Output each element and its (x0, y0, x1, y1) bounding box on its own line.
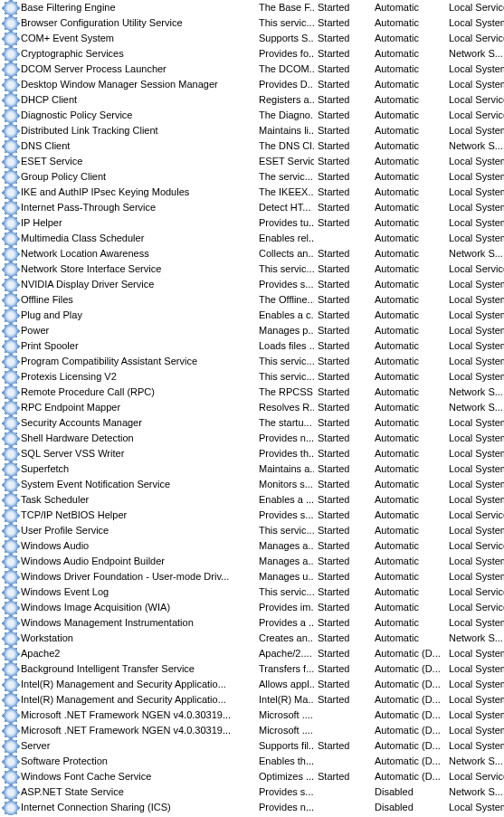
service-row[interactable]: Windows Event LogThis servic...StartedAu… (0, 584, 504, 600)
service-startup-type: Automatic (371, 292, 445, 308)
service-row[interactable]: Shell Hardware DetectionProvides n...Sta… (0, 431, 504, 446)
service-status: Started (314, 569, 371, 584)
service-row[interactable]: Intel(R) Management and Security Applica… (0, 677, 504, 692)
services-list[interactable]: Base Filtering EngineThe Base F...Starte… (0, 0, 504, 815)
service-row[interactable]: Apache2Apache/2....StartedAutomatic (D..… (0, 646, 504, 661)
service-startup-type: Automatic (371, 77, 445, 92)
service-logon-as: Local System (445, 215, 504, 231)
service-startup-type: Automatic (371, 200, 445, 215)
service-description: Provides fo... (255, 46, 314, 62)
service-row[interactable]: Background Intelligent Transfer ServiceT… (0, 661, 504, 677)
service-logon-as: Local System (445, 661, 504, 677)
service-row[interactable]: ESET ServiceESET ServiceStartedAutomatic… (0, 154, 504, 169)
service-status: Started (314, 323, 371, 338)
service-gear-icon (4, 155, 18, 169)
service-row[interactable]: System Event Notification ServiceMonitor… (0, 477, 504, 492)
service-row[interactable]: Windows Driver Foundation - User-mode Dr… (0, 569, 504, 584)
service-gear-icon (4, 801, 18, 815)
service-name: Windows Driver Foundation - User-mode Dr… (21, 569, 229, 584)
service-row[interactable]: Internet Connection Sharing (ICS)Provide… (0, 800, 504, 815)
service-description: Supports S... (255, 31, 314, 46)
service-row[interactable]: Desktop Window Manager Session ManagerPr… (0, 77, 504, 92)
service-status: Started (314, 523, 371, 538)
service-row[interactable]: Cryptographic ServicesProvides fo...Star… (0, 46, 504, 62)
service-row[interactable]: Software ProtectionEnables th...Automati… (0, 754, 504, 769)
service-row[interactable]: DNS ClientThe DNS Cl...StartedAutomaticN… (0, 138, 504, 154)
service-logon-as: Network S... (445, 754, 504, 769)
service-row[interactable]: PowerManages p...StartedAutomaticLocal S… (0, 323, 504, 338)
service-description: Enables th... (255, 754, 314, 769)
service-description: Provides tu... (255, 215, 314, 231)
service-gear-icon (4, 339, 18, 354)
service-status: Started (314, 62, 371, 77)
service-row[interactable]: Program Compatibility Assistant ServiceT… (0, 354, 504, 369)
service-row[interactable]: Windows Font Cache ServiceOptimizes ...S… (0, 769, 504, 784)
service-row[interactable]: Microsoft .NET Framework NGEN v4.0.30319… (0, 708, 504, 723)
service-description: The IKEEX... (255, 185, 314, 200)
service-row[interactable]: Windows Audio Endpoint BuilderManages a.… (0, 554, 504, 569)
service-status: Started (314, 354, 371, 369)
service-gear-icon (4, 416, 18, 431)
service-name: Superfetch (21, 461, 69, 477)
service-row[interactable]: Task SchedulerEnables a ...StartedAutoma… (0, 492, 504, 508)
service-row[interactable]: IKE and AuthIP IPsec Keying ModulesThe I… (0, 185, 504, 200)
service-row[interactable]: Print SpoolerLoads files ...StartedAutom… (0, 338, 504, 354)
service-gear-icon (4, 616, 18, 631)
service-row[interactable]: Group Policy ClientThe servic...StartedA… (0, 169, 504, 185)
service-row[interactable]: Base Filtering EngineThe Base F...Starte… (0, 0, 504, 15)
service-gear-icon (4, 432, 18, 446)
service-startup-type: Automatic (371, 169, 445, 185)
service-row[interactable]: Network Location AwarenessCollects an...… (0, 246, 504, 261)
service-gear-icon (4, 508, 18, 523)
service-row[interactable]: IP HelperProvides tu...StartedAutomaticL… (0, 215, 504, 231)
service-row[interactable]: Distributed Link Tracking ClientMaintain… (0, 123, 504, 138)
service-row[interactable]: Windows Management InstrumentationProvid… (0, 615, 504, 631)
service-row[interactable]: DHCP ClientRegisters a...StartedAutomati… (0, 92, 504, 108)
service-row[interactable]: WorkstationCreates an...StartedAutomatic… (0, 631, 504, 646)
service-status (314, 708, 371, 723)
service-status (314, 800, 371, 815)
service-startup-type: Automatic (371, 308, 445, 323)
service-row[interactable]: NVIDIA Display Driver ServiceProvides s.… (0, 277, 504, 292)
service-row[interactable]: Plug and PlayEnables a c...StartedAutoma… (0, 308, 504, 323)
service-row[interactable]: Remote Procedure Call (RPC)The RPCSS...S… (0, 385, 504, 400)
service-status: Started (314, 600, 371, 615)
service-row[interactable]: DCOM Server Process LauncherThe DCOM...S… (0, 62, 504, 77)
service-row[interactable]: Microsoft .NET Framework NGEN v4.0.30319… (0, 723, 504, 738)
service-row[interactable]: Diagnostic Policy ServiceThe Diagno...St… (0, 108, 504, 123)
service-description: Provides D... (255, 77, 314, 92)
service-row[interactable]: ASP.NET State ServiceProvides s...Disabl… (0, 784, 504, 800)
service-description: The RPCSS... (255, 385, 314, 400)
service-name: Intel(R) Management and Security Applica… (21, 677, 226, 692)
service-logon-as: Local System (445, 154, 504, 169)
service-row[interactable]: Multimedia Class SchedulerEnables rel...… (0, 231, 504, 246)
service-row[interactable]: Internet Pass-Through ServiceDetect HT..… (0, 200, 504, 215)
service-row[interactable]: ServerSupports fil...StartedAutomatic (D… (0, 738, 504, 754)
service-status: Started (314, 200, 371, 215)
service-row[interactable]: Intel(R) Management and Security Applica… (0, 692, 504, 708)
service-row[interactable]: RPC Endpoint MapperResolves R...StartedA… (0, 400, 504, 415)
service-row[interactable]: User Profile ServiceThis servic...Starte… (0, 523, 504, 538)
service-row[interactable]: SQL Server VSS WriterProvides th...Start… (0, 446, 504, 461)
service-startup-type: Automatic (D... (371, 708, 445, 723)
service-row[interactable]: COM+ Event SystemSupports S...StartedAut… (0, 31, 504, 46)
service-row[interactable]: TCP/IP NetBIOS HelperProvides s...Starte… (0, 508, 504, 523)
service-gear-icon (4, 324, 18, 338)
service-row[interactable]: SuperfetchMaintains a...StartedAutomatic… (0, 461, 504, 477)
service-description: ESET Service (255, 154, 314, 169)
service-name: Security Accounts Manager (21, 415, 142, 431)
service-logon-as: Local System (445, 477, 504, 492)
service-row[interactable]: Browser Configuration Utility ServiceThi… (0, 15, 504, 31)
service-gear-icon (4, 385, 18, 400)
service-name: DNS Client (21, 138, 70, 154)
service-row[interactable]: Windows AudioManages a...StartedAutomati… (0, 538, 504, 554)
service-gear-icon (4, 170, 18, 185)
service-name: Plug and Play (21, 308, 82, 323)
service-row[interactable]: Protexis Licensing V2This servic...Start… (0, 369, 504, 385)
service-logon-as: Local System (445, 461, 504, 477)
service-row[interactable]: Windows Image Acquisition (WIA)Provides … (0, 600, 504, 615)
service-row[interactable]: Offline FilesThe Offline...StartedAutoma… (0, 292, 504, 308)
service-name: Windows Audio Endpoint Builder (21, 554, 165, 569)
service-row[interactable]: Network Store Interface ServiceThis serv… (0, 261, 504, 277)
service-row[interactable]: Security Accounts ManagerThe startu...St… (0, 415, 504, 431)
